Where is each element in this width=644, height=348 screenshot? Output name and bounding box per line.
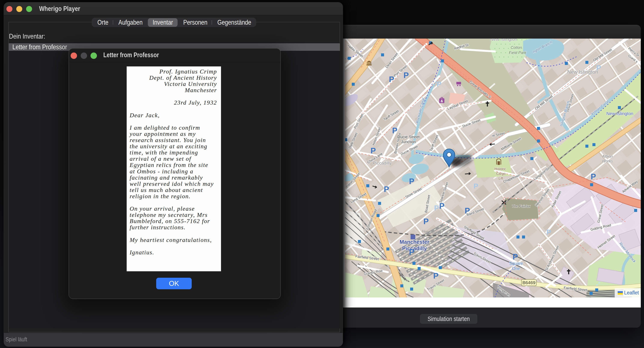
svg-text:P: P — [409, 177, 414, 186]
svg-text:P: P — [389, 75, 394, 84]
svg-text:Lift: Lift — [498, 177, 503, 180]
svg-text:Cargo: Cargo — [496, 172, 506, 176]
svg-text:One: One — [512, 266, 520, 271]
svg-text:Square: Square — [509, 261, 523, 266]
svg-text:P: P — [392, 126, 398, 135]
svg-text:P: P — [384, 185, 389, 194]
svg-text:Junction: Junction — [401, 139, 416, 144]
svg-text:B6469: B6469 — [522, 280, 536, 285]
svg-text:New Islington: New Islington — [490, 39, 517, 42]
svg-text:Field Park: Field Park — [509, 51, 526, 55]
svg-text:Piccadilly: Piccadilly — [402, 245, 426, 251]
svg-text:P: P — [465, 206, 470, 215]
svg-text:P: P — [591, 172, 596, 181]
svg-text:Works: Works — [602, 159, 613, 163]
svg-text:&: & — [440, 99, 443, 103]
svg-text:Ducie Street: Ducie Street — [397, 135, 420, 139]
svg-text:P: P — [437, 80, 442, 88]
svg-text:P: P — [546, 228, 551, 236]
svg-text:P: P — [513, 252, 518, 261]
svg-text:P: P — [434, 204, 439, 212]
svg-text:New Islington: New Islington — [606, 111, 633, 116]
svg-text:Piccadilly: Piccadilly — [373, 160, 392, 165]
svg-text:P: P — [409, 248, 414, 257]
svg-text:P: P — [404, 71, 409, 80]
svg-text:The Fairfax: The Fairfax — [512, 204, 530, 208]
svg-text:Historic: Historic — [494, 167, 506, 171]
svg-text:P: P — [433, 271, 438, 280]
svg-text:Manchester: Manchester — [400, 239, 430, 245]
svg-text:P: P — [596, 64, 601, 72]
svg-text:New Islington: New Islington — [567, 69, 598, 75]
svg-text:P: P — [424, 217, 429, 226]
svg-text:P: P — [439, 202, 444, 211]
svg-text:Cotton: Cotton — [510, 45, 522, 50]
svg-text:P: P — [370, 146, 376, 155]
svg-text:P: P — [474, 182, 478, 190]
svg-text:Albion: Albion — [602, 154, 613, 158]
